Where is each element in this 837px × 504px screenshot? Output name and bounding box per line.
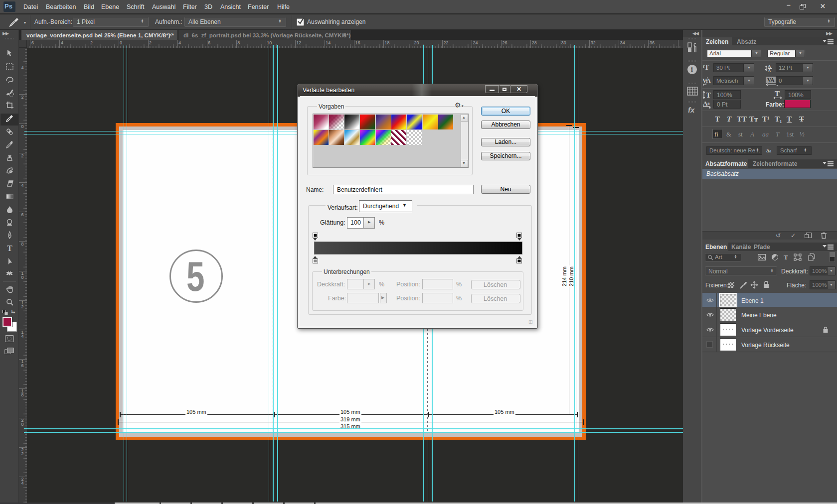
svg-text:a: a — [707, 101, 710, 106]
svg-text:T: T — [7, 244, 12, 252]
svg-text:A: A — [768, 68, 771, 73]
svg-text:T: T — [706, 91, 711, 99]
svg-text:T: T — [775, 90, 780, 98]
